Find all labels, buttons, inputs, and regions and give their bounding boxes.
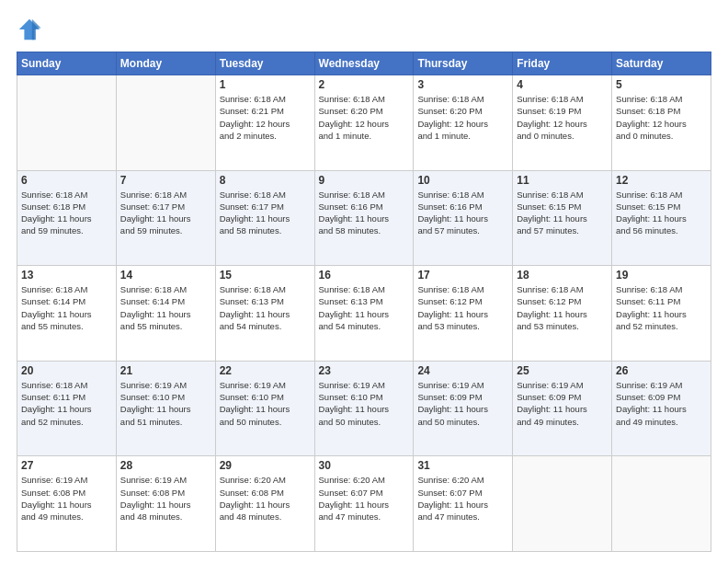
day-number: 27 [21,459,112,472]
day-number: 9 [319,174,410,187]
calendar-cell: 10Sunrise: 6:18 AM Sunset: 6:16 PM Dayli… [414,170,513,266]
day-number: 15 [220,269,311,282]
calendar-cell: 21Sunrise: 6:19 AM Sunset: 6:10 PM Dayli… [116,361,215,456]
day-number: 24 [417,364,508,377]
day-info: Sunrise: 6:19 AM Sunset: 6:09 PM Dayligh… [616,379,707,428]
col-header-wednesday: Wednesday [314,52,414,75]
calendar-cell [612,456,711,552]
day-number: 6 [21,174,112,187]
day-number: 17 [417,269,508,282]
calendar-cell: 1Sunrise: 6:18 AM Sunset: 6:21 PM Daylig… [215,75,314,171]
calendar-cell: 4Sunrise: 6:18 AM Sunset: 6:19 PM Daylig… [513,75,612,171]
calendar-cell: 30Sunrise: 6:20 AM Sunset: 6:07 PM Dayli… [314,456,414,552]
calendar-header-row: SundayMondayTuesdayWednesdayThursdayFrid… [17,52,711,75]
calendar-week-4: 20Sunrise: 6:18 AM Sunset: 6:11 PM Dayli… [17,361,711,456]
day-info: Sunrise: 6:18 AM Sunset: 6:12 PM Dayligh… [417,283,508,332]
day-info: Sunrise: 6:18 AM Sunset: 6:12 PM Dayligh… [517,283,608,332]
day-number: 21 [120,364,211,377]
header [17,17,711,42]
day-number: 29 [220,459,311,472]
day-info: Sunrise: 6:18 AM Sunset: 6:17 PM Dayligh… [120,189,211,237]
page: SundayMondayTuesdayWednesdayThursdayFrid… [0,0,728,563]
logo [17,17,46,42]
calendar-cell: 17Sunrise: 6:18 AM Sunset: 6:12 PM Dayli… [414,266,513,362]
day-info: Sunrise: 6:19 AM Sunset: 6:10 PM Dayligh… [220,379,311,428]
day-info: Sunrise: 6:18 AM Sunset: 6:20 PM Dayligh… [417,93,508,142]
day-info: Sunrise: 6:18 AM Sunset: 6:15 PM Dayligh… [517,189,608,237]
day-number: 13 [21,269,112,282]
day-info: Sunrise: 6:19 AM Sunset: 6:09 PM Dayligh… [517,379,608,428]
day-number: 3 [417,78,508,91]
day-info: Sunrise: 6:18 AM Sunset: 6:14 PM Dayligh… [21,283,112,332]
calendar-cell: 24Sunrise: 6:19 AM Sunset: 6:09 PM Dayli… [414,361,513,456]
day-info: Sunrise: 6:19 AM Sunset: 6:10 PM Dayligh… [120,379,211,428]
calendar-cell: 31Sunrise: 6:20 AM Sunset: 6:07 PM Dayli… [414,456,513,552]
day-number: 19 [616,269,707,282]
day-number: 11 [517,174,608,187]
day-number: 4 [517,78,608,91]
day-number: 1 [220,78,311,91]
day-info: Sunrise: 6:18 AM Sunset: 6:14 PM Dayligh… [120,283,211,332]
calendar-cell [116,75,215,171]
day-number: 5 [616,78,707,91]
calendar-cell: 3Sunrise: 6:18 AM Sunset: 6:20 PM Daylig… [414,75,513,171]
day-number: 14 [120,269,211,282]
calendar-cell: 7Sunrise: 6:18 AM Sunset: 6:17 PM Daylig… [116,170,215,266]
svg-marker-0 [19,19,40,40]
day-info: Sunrise: 6:18 AM Sunset: 6:18 PM Dayligh… [616,93,707,142]
calendar-cell: 12Sunrise: 6:18 AM Sunset: 6:15 PM Dayli… [612,170,711,266]
day-info: Sunrise: 6:18 AM Sunset: 6:13 PM Dayligh… [220,283,311,332]
day-info: Sunrise: 6:20 AM Sunset: 6:08 PM Dayligh… [220,474,311,523]
col-header-thursday: Thursday [414,52,513,75]
day-number: 8 [220,174,311,187]
calendar-cell: 29Sunrise: 6:20 AM Sunset: 6:08 PM Dayli… [215,456,314,552]
day-number: 30 [319,459,410,472]
day-info: Sunrise: 6:18 AM Sunset: 6:16 PM Dayligh… [319,189,410,237]
calendar-cell: 9Sunrise: 6:18 AM Sunset: 6:16 PM Daylig… [314,170,414,266]
day-info: Sunrise: 6:18 AM Sunset: 6:19 PM Dayligh… [517,93,608,142]
day-number: 25 [517,364,608,377]
day-info: Sunrise: 6:18 AM Sunset: 6:16 PM Dayligh… [417,189,508,237]
calendar-cell: 11Sunrise: 6:18 AM Sunset: 6:15 PM Dayli… [513,170,612,266]
day-info: Sunrise: 6:19 AM Sunset: 6:08 PM Dayligh… [120,474,211,523]
calendar-cell [513,456,612,552]
day-info: Sunrise: 6:18 AM Sunset: 6:20 PM Dayligh… [319,93,410,142]
day-number: 22 [220,364,311,377]
calendar-week-3: 13Sunrise: 6:18 AM Sunset: 6:14 PM Dayli… [17,266,711,362]
calendar-cell: 22Sunrise: 6:19 AM Sunset: 6:10 PM Dayli… [215,361,314,456]
calendar-cell: 2Sunrise: 6:18 AM Sunset: 6:20 PM Daylig… [314,75,414,171]
day-number: 16 [319,269,410,282]
day-number: 28 [120,459,211,472]
calendar-week-2: 6Sunrise: 6:18 AM Sunset: 6:18 PM Daylig… [17,170,711,266]
day-info: Sunrise: 6:18 AM Sunset: 6:13 PM Dayligh… [319,283,410,332]
day-number: 18 [517,269,608,282]
calendar-cell: 28Sunrise: 6:19 AM Sunset: 6:08 PM Dayli… [116,456,215,552]
calendar-cell: 16Sunrise: 6:18 AM Sunset: 6:13 PM Dayli… [314,266,414,362]
day-info: Sunrise: 6:18 AM Sunset: 6:15 PM Dayligh… [616,189,707,237]
day-info: Sunrise: 6:18 AM Sunset: 6:21 PM Dayligh… [220,93,311,142]
calendar-cell: 15Sunrise: 6:18 AM Sunset: 6:13 PM Dayli… [215,266,314,362]
calendar-cell: 27Sunrise: 6:19 AM Sunset: 6:08 PM Dayli… [17,456,117,552]
day-number: 7 [120,174,211,187]
day-info: Sunrise: 6:19 AM Sunset: 6:08 PM Dayligh… [21,474,112,523]
col-header-sunday: Sunday [17,52,117,75]
calendar-cell: 26Sunrise: 6:19 AM Sunset: 6:09 PM Dayli… [612,361,711,456]
calendar-cell: 18Sunrise: 6:18 AM Sunset: 6:12 PM Dayli… [513,266,612,362]
col-header-monday: Monday [116,52,215,75]
calendar-cell: 19Sunrise: 6:18 AM Sunset: 6:11 PM Dayli… [612,266,711,362]
day-info: Sunrise: 6:20 AM Sunset: 6:07 PM Dayligh… [319,474,410,523]
calendar-cell [17,75,117,171]
day-info: Sunrise: 6:18 AM Sunset: 6:17 PM Dayligh… [220,189,311,237]
day-info: Sunrise: 6:19 AM Sunset: 6:09 PM Dayligh… [417,379,508,428]
day-number: 31 [417,459,508,472]
day-number: 20 [21,364,112,377]
calendar-cell: 13Sunrise: 6:18 AM Sunset: 6:14 PM Dayli… [17,266,117,362]
calendar-cell: 23Sunrise: 6:19 AM Sunset: 6:10 PM Dayli… [314,361,414,456]
col-header-saturday: Saturday [612,52,711,75]
logo-icon [17,17,42,42]
calendar-week-1: 1Sunrise: 6:18 AM Sunset: 6:21 PM Daylig… [17,75,711,171]
day-info: Sunrise: 6:20 AM Sunset: 6:07 PM Dayligh… [417,474,508,523]
day-number: 2 [319,78,410,91]
calendar-cell: 5Sunrise: 6:18 AM Sunset: 6:18 PM Daylig… [612,75,711,171]
calendar-cell: 25Sunrise: 6:19 AM Sunset: 6:09 PM Dayli… [513,361,612,456]
